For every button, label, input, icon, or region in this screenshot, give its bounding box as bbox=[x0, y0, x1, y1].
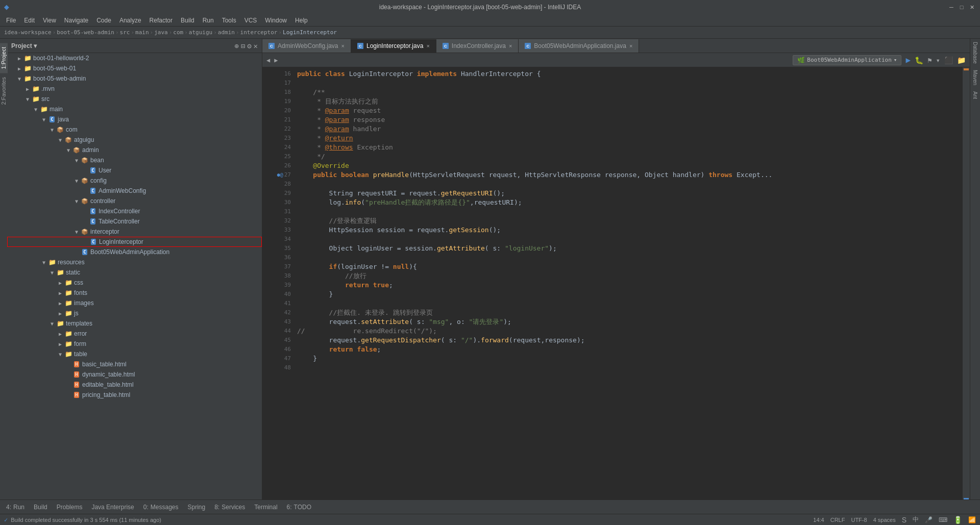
bottom-btn-java enterprise[interactable]: Java Enterprise bbox=[87, 502, 138, 513]
tree-item-config[interactable]: ▼📦config bbox=[7, 176, 262, 186]
collapse-all-button[interactable]: ⊟ bbox=[241, 42, 245, 50]
hide-panel-button[interactable]: ✕ bbox=[254, 42, 258, 50]
line-number-22: 22 bbox=[262, 124, 293, 134]
menu-navigate[interactable]: Navigate bbox=[60, 16, 92, 25]
status-indent[interactable]: 4 spaces bbox=[873, 517, 896, 523]
favorites-side-tab[interactable]: 2:Favorites bbox=[0, 73, 8, 109]
menu-analyze[interactable]: Analyze bbox=[115, 16, 145, 25]
tree-item-css[interactable]: ▶📁css bbox=[7, 278, 262, 288]
editor-tab-AdminWebConfig-java[interactable]: CAdminWebConfig.java× bbox=[262, 39, 351, 53]
menu-help[interactable]: Help bbox=[291, 16, 312, 25]
tree-item-mvn[interactable]: ▶📁.mvn bbox=[7, 84, 262, 94]
debug-button[interactable]: 🐛 bbox=[915, 56, 923, 64]
more-run-button[interactable]: ▾ bbox=[936, 56, 940, 64]
ant-tab[interactable]: Ant bbox=[971, 88, 979, 102]
bottom-btn-terminal[interactable]: Terminal bbox=[250, 502, 281, 513]
bottom-btn-problems[interactable]: Problems bbox=[53, 502, 87, 513]
bottom-btn-run[interactable]: 4:Run bbox=[2, 502, 29, 513]
line-number-40: 40 bbox=[262, 290, 293, 299]
sdk-button[interactable]: 📁 bbox=[957, 56, 966, 64]
editor-tab-Boot05WebAdminApplication-java[interactable]: CBoot05WebAdminApplication.java× bbox=[519, 39, 639, 53]
menu-view[interactable]: View bbox=[39, 16, 60, 25]
tab-close-button[interactable]: × bbox=[629, 43, 632, 49]
menu-vcs[interactable]: VCS bbox=[240, 16, 261, 25]
locate-file-button[interactable]: ⊕ bbox=[234, 42, 238, 50]
database-tab[interactable]: Database bbox=[971, 39, 979, 67]
tree-item-static[interactable]: ▼📁static bbox=[7, 267, 262, 278]
code-line-39: return true; bbox=[297, 281, 959, 290]
coverage-button[interactable]: ⚑ bbox=[927, 56, 932, 64]
menu-build[interactable]: Build bbox=[177, 16, 199, 25]
bottom-btn-messages[interactable]: 0:Messages bbox=[139, 502, 183, 513]
tree-item-table[interactable]: ▼📁table bbox=[7, 349, 262, 359]
tab-close-button[interactable]: × bbox=[426, 43, 429, 49]
tree-item-com[interactable]: ▼📦com bbox=[7, 124, 262, 135]
menu-refactor[interactable]: Refactor bbox=[145, 16, 177, 25]
close-button[interactable]: ✕ bbox=[968, 3, 976, 11]
tree-item-controller[interactable]: ▼📦controller bbox=[7, 196, 262, 206]
tree-item-resources[interactable]: ▼📁resources bbox=[7, 257, 262, 267]
tree-item-boot-01[interactable]: ▶📁boot-01-helloworld-2 bbox=[7, 53, 262, 63]
bottom-btn-build[interactable]: Build bbox=[30, 502, 52, 513]
minimize-button[interactable]: ─ bbox=[947, 3, 955, 11]
tree-item-bean[interactable]: ▼📦bean bbox=[7, 155, 262, 165]
tree-item-user[interactable]: CUser bbox=[7, 165, 262, 176]
code-line-46: return false; bbox=[297, 345, 959, 354]
menu-run[interactable]: Run bbox=[199, 16, 218, 25]
run-button[interactable]: ▶ bbox=[905, 55, 911, 65]
tab-close-button[interactable]: × bbox=[509, 43, 512, 49]
tree-item-templates[interactable]: ▼📁templates bbox=[7, 318, 262, 329]
tree-item-basic_table[interactable]: Hbasic_table.html bbox=[7, 359, 262, 369]
tree-item-dynamic_table[interactable]: Hdynamic_table.html bbox=[7, 369, 262, 380]
bottom-btn-spring[interactable]: Spring bbox=[184, 502, 210, 513]
maximize-button[interactable]: □ bbox=[958, 3, 966, 11]
tree-item-adminwebconfig[interactable]: CAdminWebConfig bbox=[7, 186, 262, 196]
status-line-ending[interactable]: CRLF bbox=[830, 517, 845, 523]
tab-close-button[interactable]: × bbox=[341, 43, 345, 49]
tree-item-indexcontroller[interactable]: CIndexController bbox=[7, 206, 262, 216]
tree-item-main[interactable]: ▼📁main bbox=[7, 104, 262, 114]
tree-item-boot05app[interactable]: CBoot05WebAdminApplication bbox=[7, 247, 262, 257]
tree-item-boot-05-web-01[interactable]: ▶📁boot-05-web-01 bbox=[7, 63, 262, 73]
bottom-btn-services[interactable]: 8:Services bbox=[210, 502, 249, 513]
status-encoding[interactable]: UTF-8 bbox=[851, 517, 867, 523]
code-content[interactable]: public class LoginInterceptor implements… bbox=[293, 67, 963, 499]
tree-item-pricing_table[interactable]: Hpricing_table.html bbox=[7, 390, 262, 400]
project-tree[interactable]: ▶📁boot-01-helloworld-2▶📁boot-05-web-01▼📁… bbox=[7, 53, 262, 499]
tree-item-atguigu[interactable]: ▼📦atguigu bbox=[7, 135, 262, 145]
bottom-label-messages: Messages bbox=[151, 504, 179, 511]
tree-item-interceptor[interactable]: ▼📦interceptor bbox=[7, 227, 262, 237]
project-side-tab[interactable]: 1:Project bbox=[0, 43, 8, 73]
tree-item-editable_table[interactable]: Heditable_table.html bbox=[7, 380, 262, 390]
forward-button[interactable]: ▶ bbox=[274, 57, 278, 64]
run-config-selector[interactable]: 🌿 Boot05WebAdminApplication ▾ bbox=[793, 55, 901, 65]
tree-item-js[interactable]: ▶📁js bbox=[7, 308, 262, 318]
tree-item-fonts[interactable]: ▶📁fonts bbox=[7, 288, 262, 298]
settings-button[interactable]: ⚙ bbox=[247, 42, 251, 50]
line-number-16: 16 bbox=[262, 69, 293, 79]
build-success-icon: ✓ bbox=[4, 516, 8, 523]
tree-item-tablecontroller[interactable]: CTableController bbox=[7, 216, 262, 227]
tree-item-form[interactable]: ▶📁form bbox=[7, 339, 262, 349]
tree-item-admin[interactable]: ▼📦admin bbox=[7, 145, 262, 155]
spring-icon: 🌿 bbox=[797, 57, 805, 64]
bottom-btn-todo[interactable]: 6:TODO bbox=[283, 502, 315, 513]
maven-tab[interactable]: Maven bbox=[971, 67, 979, 88]
tree-item-error[interactable]: ▶📁error bbox=[7, 329, 262, 339]
tree-item-logininterceptor[interactable]: CLoginInterceptor bbox=[7, 237, 262, 247]
stop-button[interactable]: ⬛ bbox=[944, 56, 953, 64]
menu-window[interactable]: Window bbox=[261, 16, 291, 25]
menu-edit[interactable]: Edit bbox=[20, 16, 39, 25]
menu-file[interactable]: File bbox=[2, 16, 20, 25]
editor-tab-LoginInterceptor-java[interactable]: CLoginInterceptor.java× bbox=[351, 39, 436, 53]
tree-item-java[interactable]: ▼Cjava bbox=[7, 114, 262, 124]
status-position[interactable]: 14:4 bbox=[813, 517, 824, 523]
tree-item-images[interactable]: ▶📁images bbox=[7, 298, 262, 308]
tree-item-src[interactable]: ▼📁src bbox=[7, 94, 262, 104]
menu-code[interactable]: Code bbox=[92, 16, 115, 25]
back-button[interactable]: ◀ bbox=[266, 57, 270, 64]
editor-tab-IndexController-java[interactable]: CIndexController.java× bbox=[436, 39, 519, 53]
tree-item-boot-05-web-admin[interactable]: ▼📁boot-05-web-admin bbox=[7, 73, 262, 84]
menu-tools[interactable]: Tools bbox=[218, 16, 240, 25]
project-panel: Project ▾ ⊕ ⊟ ⚙ ✕ ▶📁boot-01-helloworld-2… bbox=[7, 39, 262, 499]
